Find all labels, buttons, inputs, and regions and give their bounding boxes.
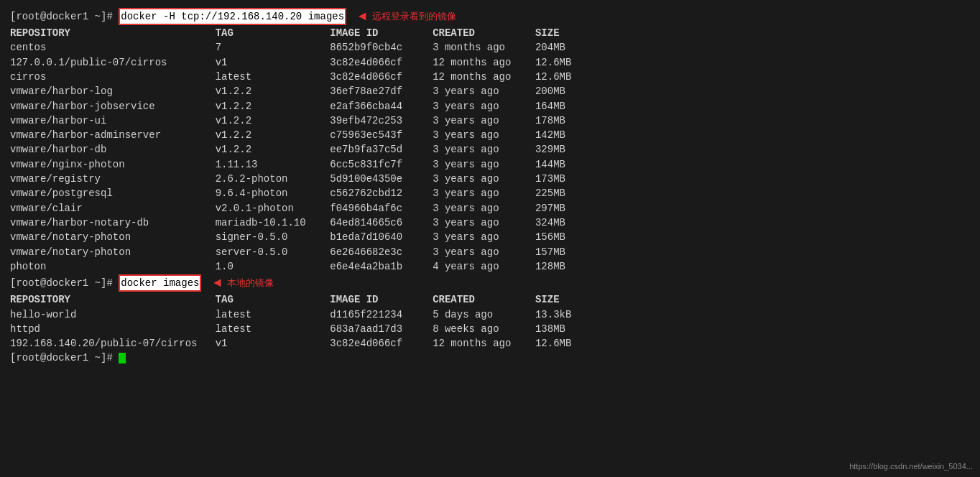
terminal: [root@docker1 ~]# docker -H tcp://192.16… bbox=[10, 7, 970, 366]
tag: latest bbox=[216, 322, 330, 336]
repo: vmware/harbor-ui bbox=[10, 114, 216, 128]
id: e2af366cba44 bbox=[330, 99, 433, 114]
id: 3c82e4d066cf bbox=[330, 336, 433, 351]
cmd2-highlight: docker images bbox=[119, 274, 201, 292]
id: c75963ec543f bbox=[330, 128, 433, 142]
created: 3 years ago bbox=[433, 128, 535, 142]
repo: 127.0.0.1/public-07/cirros bbox=[10, 55, 216, 70]
size: 12.6MB bbox=[535, 55, 571, 70]
tag: v1 bbox=[216, 55, 330, 70]
created: 3 years ago bbox=[433, 172, 535, 186]
annotation-2: 本地的镜像 bbox=[227, 277, 274, 290]
col-created-2: CREATED bbox=[433, 292, 535, 307]
table-row: vmware/harbor-notary-db mariadb-10.1.10 … bbox=[10, 216, 970, 230]
table-row: centos 7 8652b9f0cb4c 3 months ago 204MB bbox=[10, 40, 970, 55]
id: 683a7aad17d3 bbox=[330, 322, 433, 336]
size: 142MB bbox=[535, 128, 565, 142]
id: 6cc5c831fc7f bbox=[330, 157, 433, 172]
repo: vmware/harbor-db bbox=[10, 142, 216, 157]
table-row: vmware/harbor-log v1.2.2 36ef78ae27df 3 … bbox=[10, 84, 970, 98]
table-row: vmware/nginx-photon 1.11.13 6cc5c831fc7f… bbox=[10, 157, 970, 172]
size: 164MB bbox=[535, 99, 565, 114]
header-row-2: REPOSITORY TAG IMAGE ID CREATED SIZE bbox=[10, 292, 970, 307]
header-row-1: REPOSITORY TAG IMAGE ID CREATED SIZE bbox=[10, 26, 970, 40]
id: 3c82e4d066cf bbox=[330, 55, 433, 70]
repo: photon bbox=[10, 259, 216, 274]
col-imageid: IMAGE ID bbox=[330, 26, 433, 40]
created: 3 years ago bbox=[433, 114, 535, 128]
table-row: vmware/clair v2.0.1-photon f04966b4af6c … bbox=[10, 201, 970, 216]
created: 12 months ago bbox=[433, 55, 535, 70]
size: 138MB bbox=[535, 322, 565, 336]
table-row: photon 1.0 e6e4e4a2ba1b 4 years ago 128M… bbox=[10, 259, 970, 274]
cursor bbox=[119, 353, 126, 363]
tag: v1.2.2 bbox=[216, 84, 330, 98]
created: 3 years ago bbox=[433, 142, 535, 157]
tag: latest bbox=[216, 70, 330, 84]
repo: hello-world bbox=[10, 307, 216, 322]
repo: vmware/harbor-log bbox=[10, 84, 216, 98]
size: 324MB bbox=[535, 216, 565, 230]
created: 3 years ago bbox=[433, 230, 535, 244]
size: 12.6MB bbox=[535, 70, 571, 84]
table-row: vmware/harbor-db v1.2.2 ee7b9fa37c5d 3 y… bbox=[10, 142, 970, 157]
created: 12 months ago bbox=[433, 70, 535, 84]
size: 178MB bbox=[535, 114, 565, 128]
table-row: hello-world latest d1165f221234 5 days a… bbox=[10, 307, 970, 322]
repo: vmware/harbor-notary-db bbox=[10, 216, 216, 230]
col-repository-2: REPOSITORY bbox=[10, 292, 216, 307]
table-row: vmware/harbor-jobservice v1.2.2 e2af366c… bbox=[10, 99, 970, 114]
created: 3 years ago bbox=[433, 84, 535, 98]
size: 156MB bbox=[535, 230, 565, 244]
id: f04966b4af6c bbox=[330, 201, 433, 216]
tag: v1.2.2 bbox=[216, 114, 330, 128]
tag: mariadb-10.1.10 bbox=[216, 216, 330, 230]
created: 3 years ago bbox=[433, 186, 535, 200]
table-row: vmware/notary-photon server-0.5.0 6e2646… bbox=[10, 245, 970, 259]
size: 225MB bbox=[535, 186, 565, 200]
created: 5 days ago bbox=[433, 307, 535, 322]
repo: vmware/notary-photon bbox=[10, 245, 216, 259]
id: ee7b9fa37c5d bbox=[330, 142, 433, 157]
tag: server-0.5.0 bbox=[216, 245, 330, 259]
size: 173MB bbox=[535, 172, 565, 186]
tag: signer-0.5.0 bbox=[216, 230, 330, 244]
created: 8 weeks ago bbox=[433, 322, 535, 336]
table-row: 192.168.140.20/public-07/cirros v1 3c82e… bbox=[10, 336, 970, 351]
annotation-1: 远程登录看到的镜像 bbox=[372, 10, 456, 24]
col-imageid-2: IMAGE ID bbox=[330, 292, 433, 307]
tag: v1.2.2 bbox=[216, 99, 330, 114]
tag: v1.2.2 bbox=[216, 128, 330, 142]
size: 128MB bbox=[535, 259, 565, 274]
col-repository: REPOSITORY bbox=[10, 26, 216, 40]
repo: cirros bbox=[10, 70, 216, 84]
col-created: CREATED bbox=[433, 26, 535, 40]
created: 3 months ago bbox=[433, 40, 535, 55]
id: d1165f221234 bbox=[330, 307, 433, 322]
arrow-icon-1: ◄ bbox=[359, 7, 366, 26]
repo: vmware/clair bbox=[10, 201, 216, 216]
repo: 192.168.140.20/public-07/cirros bbox=[10, 336, 216, 351]
tag: 9.6.4-photon bbox=[216, 186, 330, 200]
size: 13.3kB bbox=[535, 307, 571, 322]
col-size: SIZE bbox=[535, 26, 560, 40]
repo: vmware/harbor-jobservice bbox=[10, 99, 216, 114]
col-tag-2: TAG bbox=[216, 292, 330, 307]
id: 6e2646682e3c bbox=[330, 245, 433, 259]
created: 3 years ago bbox=[433, 157, 535, 172]
arrow-icon-2: ◄ bbox=[213, 274, 221, 292]
cmd1-highlight: docker -H tcp://192.168.140.20 images bbox=[119, 8, 346, 25]
size: 12.6MB bbox=[535, 336, 571, 351]
repo: httpd bbox=[10, 322, 216, 336]
created: 3 years ago bbox=[433, 99, 535, 114]
tag: 2.6.2-photon bbox=[216, 172, 330, 186]
command-line-2: [root@docker1 ~]# docker images ◄ 本地的镜像 bbox=[10, 274, 970, 292]
id: 8652b9f0cb4c bbox=[330, 40, 433, 55]
id: 5d9100e4350e bbox=[330, 172, 433, 186]
table-row: vmware/harbor-ui v1.2.2 39efb472c253 3 y… bbox=[10, 114, 970, 128]
col-size-2: SIZE bbox=[535, 292, 560, 307]
id: 3c82e4d066cf bbox=[330, 70, 433, 84]
size: 297MB bbox=[535, 201, 565, 216]
prompt-2: [root@docker1 ~]# bbox=[10, 276, 119, 290]
table-row: vmware/registry 2.6.2-photon 5d9100e4350… bbox=[10, 172, 970, 186]
